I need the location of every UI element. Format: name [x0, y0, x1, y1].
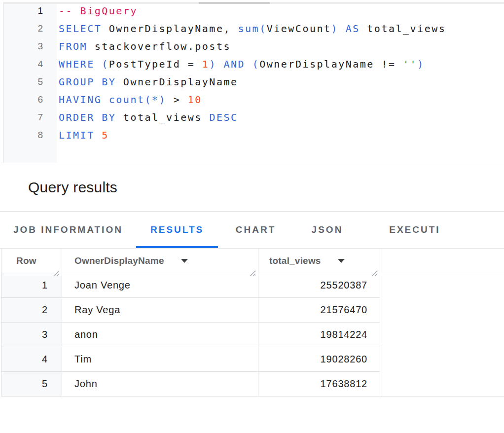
table-row[interactable]: 3anon19814224 — [1, 323, 504, 347]
cell-owner-display-name: anon — [62, 323, 258, 347]
code-token-id — [245, 58, 252, 70]
cell-total-views: 25520387 — [258, 273, 380, 298]
sort-dropdown-icon[interactable] — [181, 259, 188, 263]
tab-label: RESULTS — [150, 224, 204, 235]
column-resize-handle[interactable] — [249, 269, 256, 277]
code-token-kw: ORDER BY — [59, 111, 116, 123]
code-token-num: 1 — [202, 58, 210, 70]
code-token-id — [95, 129, 102, 141]
cell-row-number: 3 — [1, 323, 62, 347]
tab-label: JOB INFORMATION — [13, 224, 123, 235]
code-token-num: 10 — [188, 94, 202, 106]
column-resize-handle[interactable] — [370, 269, 378, 277]
line-number: 8 — [3, 126, 43, 144]
query-results-header: Query results — [0, 163, 504, 212]
code-token-kw: SELECT — [59, 23, 102, 35]
code-token-kw: AS — [346, 23, 360, 35]
code-token-id: OwnerDisplayName != — [259, 58, 403, 70]
cell-total-views: 17638812 — [258, 372, 380, 397]
code-line[interactable]: ORDER BY total_views DESC — [59, 108, 504, 126]
results-tabs: JOB INFORMATIONRESULTSCHARTJSONEXECUTI — [0, 212, 504, 248]
column-header-owner-display-name[interactable]: OwnerDisplayName — [62, 249, 258, 273]
sql-editor[interactable]: 12345678 -- BigQuerySELECT OwnerDisplayN… — [0, 2, 504, 163]
cell-owner-display-name: Joan Venge — [62, 273, 258, 298]
code-token-id — [338, 23, 346, 35]
column-header-label: OwnerDisplayName — [74, 255, 164, 266]
column-header-total-views[interactable]: total_views — [258, 249, 380, 273]
cell-row-number: 2 — [1, 298, 62, 323]
code-token-kw: GROUP BY — [59, 76, 116, 88]
code-line[interactable]: SELECT OwnerDisplayName, sum(ViewCount) … — [59, 20, 504, 37]
code-token-id: > — [166, 94, 188, 106]
line-number-gutter: 12345678 — [3, 2, 57, 163]
bigquery-query-screen: 12345678 -- BigQuerySELECT OwnerDisplayN… — [0, 2, 504, 433]
code-token-kw: HAVING count(*) — [59, 94, 166, 106]
code-line[interactable]: -- BigQuery — [59, 2, 504, 20]
editor-horizontal-scrollbar[interactable] — [4, 2, 504, 4]
results-table: RowOwnerDisplayNametotal_views 1Joan Ven… — [0, 248, 504, 397]
line-number: 7 — [3, 108, 43, 126]
active-tab-indicator — [136, 246, 218, 248]
cell-total-views: 19028260 — [258, 347, 380, 372]
cell-total-views: 21576470 — [258, 298, 380, 323]
code-token-id: ViewCount — [267, 23, 331, 35]
code-token-id: total_views — [360, 23, 446, 35]
line-number: 4 — [3, 55, 43, 73]
code-line[interactable]: LIMIT 5 — [59, 126, 504, 144]
line-number: 1 — [3, 2, 43, 20]
column-header-spacer — [380, 249, 504, 273]
code-token-kw: WHERE — [59, 58, 95, 70]
code-token-kw: FROM — [59, 40, 87, 52]
cell-spacer — [380, 347, 504, 372]
code-token-str: '' — [403, 58, 417, 70]
tab-label: JSON — [312, 224, 343, 235]
cell-row-number: 5 — [1, 372, 62, 397]
tab-chart[interactable]: CHART — [218, 212, 293, 248]
code-line[interactable]: WHERE (PostTypeId = 1) AND (OwnerDisplay… — [59, 55, 504, 73]
code-token-id: stackoverflow.posts — [87, 40, 231, 52]
column-header-label: total_views — [269, 255, 321, 266]
cell-row-number: 4 — [1, 347, 62, 372]
code-token-kw: ( — [252, 58, 260, 70]
tab-json[interactable]: JSON — [293, 212, 361, 248]
cell-owner-display-name: John — [62, 372, 258, 397]
tab-label: EXECUTI — [389, 224, 440, 235]
code-token-kw: sum( — [238, 23, 267, 35]
table-row[interactable]: 2Ray Vega21576470 — [1, 298, 504, 323]
cell-total-views: 19814224 — [258, 323, 380, 347]
code-area[interactable]: -- BigQuerySELECT OwnerDisplayName, sum(… — [57, 2, 504, 163]
table-header-row: RowOwnerDisplayNametotal_views — [1, 249, 504, 273]
column-resize-handle[interactable] — [52, 269, 60, 277]
code-line[interactable]: HAVING count(*) > 10 — [59, 91, 504, 108]
column-header-row-number: Row — [1, 249, 62, 273]
code-token-kw: ( — [102, 58, 109, 70]
code-token-id — [95, 58, 102, 70]
sort-dropdown-icon[interactable] — [338, 259, 345, 263]
code-token-num: 5 — [102, 129, 109, 141]
code-token-id: OwnerDisplayName — [116, 76, 238, 88]
cell-spacer — [380, 273, 504, 298]
code-line[interactable]: GROUP BY OwnerDisplayName — [59, 73, 504, 91]
line-number: 3 — [3, 37, 43, 55]
cell-spacer — [380, 323, 504, 347]
line-number: 5 — [3, 73, 43, 91]
code-token-kw: LIMIT — [59, 129, 95, 141]
table-row[interactable]: 5John17638812 — [1, 372, 504, 397]
cell-owner-display-name: Tim — [62, 347, 258, 372]
code-token-id — [216, 58, 224, 70]
cell-spacer — [380, 372, 504, 397]
code-token-id: total_views — [116, 111, 209, 123]
code-token-comment: -- BigQuery — [59, 5, 138, 17]
tab-execution-details[interactable]: EXECUTI — [361, 212, 504, 248]
code-token-id: PostTypeId = — [109, 58, 202, 70]
cell-owner-display-name: Ray Vega — [62, 298, 258, 323]
tab-job-information[interactable]: JOB INFORMATION — [0, 212, 136, 248]
code-token-kw: DESC — [209, 111, 238, 123]
code-token-kw: ) — [209, 58, 216, 70]
tab-label: CHART — [236, 224, 276, 235]
tab-results[interactable]: RESULTS — [136, 212, 218, 248]
table-row[interactable]: 4Tim19028260 — [1, 347, 504, 372]
scrollbar-thumb-icon[interactable] — [199, 2, 270, 4]
code-line[interactable]: FROM stackoverflow.posts — [59, 37, 504, 55]
code-token-id: OwnerDisplayName, — [102, 23, 238, 35]
